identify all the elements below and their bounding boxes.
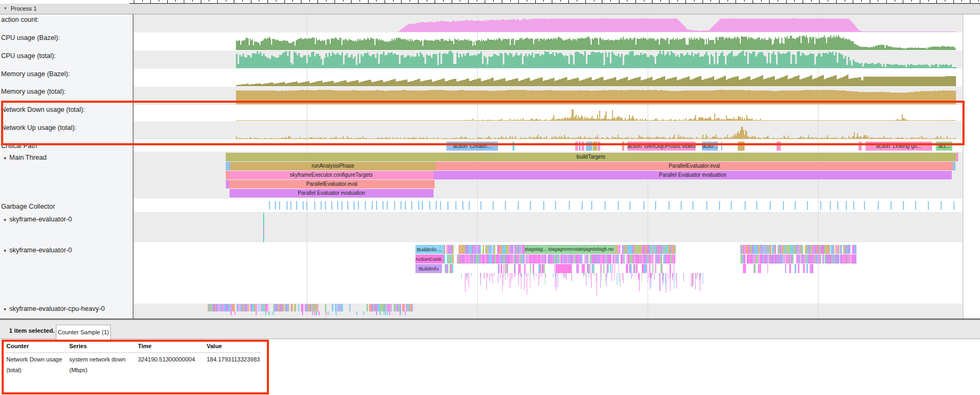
ruler-tick bbox=[953, 0, 954, 3]
selection-status: 1 item selected. bbox=[9, 327, 55, 334]
sidebar-track-label[interactable]: ▾Main Thread bbox=[4, 154, 46, 161]
ruler-tick bbox=[710, 0, 711, 2]
slice-sliver[interactable] bbox=[953, 162, 956, 170]
collapse-triangle-icon[interactable]: ▾ bbox=[4, 217, 6, 223]
ruler-tick bbox=[928, 0, 929, 2]
ruler-tick bbox=[936, 0, 937, 3]
ruler-tick bbox=[159, 0, 159, 2]
ruler-tick bbox=[309, 0, 310, 2]
ruler-tick bbox=[828, 0, 828, 2]
ruler-tick bbox=[184, 0, 184, 3]
slice-block[interactable]: BuildInfo bbox=[415, 264, 442, 273]
ruler-tick bbox=[895, 0, 895, 2]
track-name: action count: bbox=[1, 16, 39, 23]
track-name: Garbage Collector bbox=[1, 203, 55, 210]
sidebar-track-label[interactable]: ▾skyframe-evaluator-0 bbox=[4, 216, 72, 223]
ruler-tick bbox=[334, 0, 335, 3]
collapse-triangle-icon[interactable]: ▾ bbox=[4, 6, 6, 11]
track-name: skyframe-evaluator-cpu-heavy-0 bbox=[10, 305, 105, 312]
collapse-triangle-icon[interactable]: ▾ bbox=[4, 248, 6, 253]
slice-sliver[interactable] bbox=[226, 162, 230, 170]
ruler-tick bbox=[627, 0, 627, 2]
ruler-tick bbox=[543, 0, 544, 2]
collapse-triangle-icon[interactable]: ▾ bbox=[4, 155, 6, 161]
ruler-tick bbox=[401, 0, 402, 3]
track-name: Memory usage (total): bbox=[1, 88, 66, 95]
ruler-tick bbox=[284, 0, 285, 3]
annotation-red-box bbox=[2, 340, 269, 394]
details-tabbar: 1 item selected. Counter Sample (1) bbox=[0, 320, 980, 339]
sidebar-track-label[interactable]: ▾skyframe-evaluator-cpu-heavy-0 bbox=[4, 305, 105, 312]
ruler-tick bbox=[811, 0, 812, 2]
ruler-tick bbox=[870, 0, 870, 3]
ruler-tick bbox=[594, 0, 594, 2]
ruler-tick bbox=[535, 0, 536, 3]
process-header[interactable]: ▾ Process 1 bbox=[0, 4, 980, 14]
ruler-tick bbox=[836, 0, 837, 3]
ruler-tick bbox=[150, 0, 151, 3]
ruler-tick bbox=[911, 0, 912, 2]
ruler-tick bbox=[970, 0, 970, 3]
ruler-tick bbox=[493, 0, 494, 2]
ruler-tick bbox=[142, 0, 143, 2]
ruler-tick bbox=[753, 0, 753, 3]
ruler-tick bbox=[644, 0, 644, 2]
ruler-tick bbox=[410, 0, 410, 2]
ruler-tick bbox=[769, 0, 770, 3]
slice-sliver[interactable] bbox=[956, 153, 958, 161]
ruler-tick bbox=[175, 0, 176, 2]
slice-block[interactable]: ParallelEvaluator.eval bbox=[436, 162, 953, 170]
ruler-tick bbox=[652, 0, 652, 3]
sidebar-track-label[interactable]: ▾skyframe-evaluator-0 bbox=[4, 246, 72, 254]
slice-block-green[interactable]: stagstag... stagagremnotatejagnitsbigh.r… bbox=[525, 245, 614, 254]
ruler-tick bbox=[259, 0, 259, 2]
ruler-tick bbox=[518, 0, 519, 3]
ruler-tick bbox=[961, 0, 962, 2]
slice-block[interactable]: ParallelEvaluator.eval bbox=[229, 180, 435, 188]
slice-block[interactable]: skyframeExecutor.configureTargets bbox=[229, 171, 434, 179]
ruler-tick bbox=[978, 0, 979, 2]
collapse-triangle-icon[interactable]: ▾ bbox=[4, 307, 6, 312]
sidebar-track-label: CPU usage (total): bbox=[1, 52, 56, 60]
ruler-tick bbox=[209, 0, 209, 2]
track-sidebar: action count:CPU usage (Bazel):CPU usage… bbox=[0, 14, 133, 318]
ruler-tick bbox=[845, 0, 845, 2]
sidebar-track-label: Memory usage (total): bbox=[1, 88, 66, 95]
ruler-tick bbox=[385, 0, 385, 3]
timeline-ruler[interactable] bbox=[0, 0, 980, 4]
ruler-tick bbox=[610, 0, 611, 2]
ruler-tick bbox=[452, 0, 452, 3]
tab-counter-sample[interactable]: Counter Sample (1) bbox=[56, 325, 111, 340]
ruler-tick bbox=[393, 0, 394, 2]
ruler-tick bbox=[368, 0, 369, 3]
ruler-tick bbox=[694, 0, 695, 2]
ruler-tick bbox=[886, 0, 887, 3]
track-name: CPU usage (total): bbox=[1, 52, 56, 60]
track-name: skyframe-evaluator-0 bbox=[10, 246, 72, 254]
ruler-tick bbox=[192, 0, 193, 2]
slice-block[interactable]: BuildInfo ... bbox=[415, 245, 444, 254]
ruler-tick bbox=[527, 0, 527, 2]
slice-block[interactable]: ActionConti... bbox=[415, 254, 444, 264]
ruler-tick bbox=[242, 0, 243, 2]
ruler-tick bbox=[427, 0, 427, 2]
ruler-tick bbox=[703, 0, 703, 3]
ruler-tick bbox=[343, 0, 344, 2]
ruler-tick bbox=[803, 0, 803, 3]
sidebar-track-label: action count: bbox=[1, 16, 39, 23]
ruler-tick bbox=[861, 0, 862, 2]
slice-block[interactable]: Parallel Evaluator evaluation bbox=[434, 171, 952, 179]
sidebar-divider[interactable] bbox=[133, 14, 134, 318]
slice-block[interactable]: buildTargets bbox=[226, 153, 956, 161]
track-name: skyframe-evaluator-0 bbox=[10, 216, 72, 223]
ruler-tick bbox=[585, 0, 586, 3]
slice-block[interactable]: runAnalysisPhase bbox=[230, 162, 436, 170]
ruler-tick bbox=[201, 0, 201, 3]
ruler-tick bbox=[217, 0, 218, 3]
ruler-tick bbox=[301, 0, 301, 3]
ruler-tick bbox=[819, 0, 820, 3]
slice-block[interactable]: Parallel Evaluator evaluation bbox=[230, 189, 434, 198]
ruler-tick bbox=[167, 0, 168, 3]
track-name: Memory usage (Bazel): bbox=[1, 70, 70, 78]
ruler-tick bbox=[744, 0, 745, 2]
